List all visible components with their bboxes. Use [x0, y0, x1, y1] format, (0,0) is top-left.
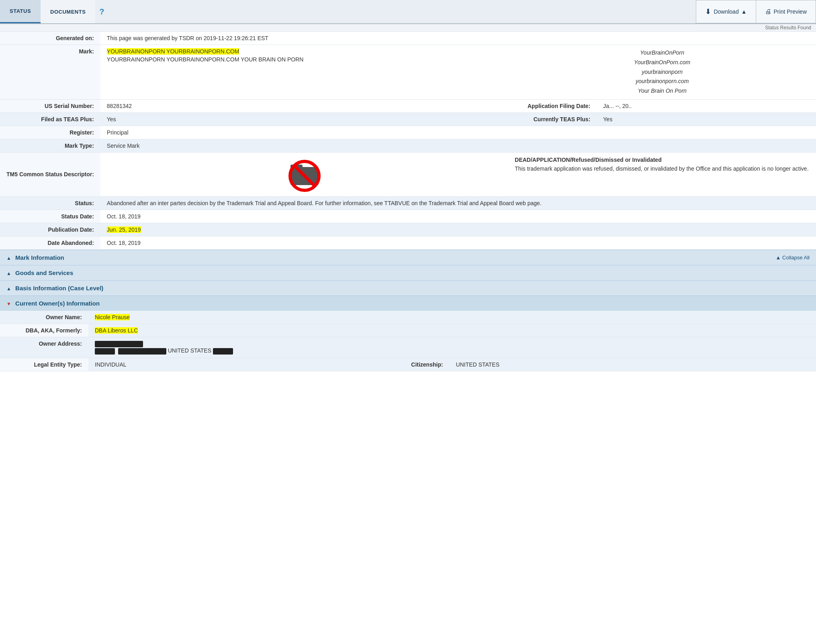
address-redacted-1 [95, 341, 143, 347]
address-value: UNITED STATES [88, 337, 816, 358]
printer-icon: 🖨 [765, 8, 771, 15]
triangle-icon-2: ▲ [6, 271, 11, 276]
address-row: Owner Address: UNITED STATES [0, 337, 816, 358]
top-bar-actions: ⬇ Download ▲ 🖨 Print Preview [696, 0, 816, 23]
entity-value: INDIVIDUAL [88, 358, 377, 371]
currently-teas-value: Yes [597, 112, 816, 126]
citizenship-label: Citizenship: [377, 358, 450, 371]
address-redacted-2 [95, 348, 115, 355]
tm5-status-text: DEAD/APPLICATION/Refused/Dismissed or In… [515, 157, 810, 163]
generated-label: Generated on: [0, 32, 100, 45]
download-arrow-icon: ⬇ [705, 7, 711, 16]
register-row: Register: Principal [0, 126, 816, 139]
tm5-icon-cell [100, 152, 509, 196]
triangle-icon-3: ▲ [6, 286, 11, 291]
help-icon[interactable]: ? [95, 0, 108, 23]
tm5-status-cell: DEAD/APPLICATION/Refused/Dismissed or In… [508, 152, 816, 196]
filing-date-label: Application Filing Date: [508, 99, 597, 112]
mark-info-section-header[interactable]: ▲ Mark Information ▲ Collapse All [0, 250, 816, 265]
register-label: Register: [0, 126, 100, 139]
generated-row: Generated on: This page was generated by… [0, 32, 816, 45]
teas-plus-value: Yes [100, 112, 509, 126]
generated-value: This page was generated by TSDR on 2019-… [100, 32, 816, 45]
pub-date-highlight: Jun. 25, 2019 [107, 226, 141, 233]
abandoned-row: Date Abandoned: Oct. 18, 2019 [0, 236, 816, 249]
mark-row: Mark: YOURBRAINONPORN YOURBRAINONPORN.CO… [0, 45, 816, 100]
mark-highlight: YOURBRAINONPORN YOURBRAINONPORN.COM [107, 48, 239, 55]
teas-plus-label: Filed as TEAS Plus: [0, 112, 100, 126]
mark-rest-text: YOURBRAINONPORN YOURBRAINONPORN.COM YOUR… [107, 56, 502, 63]
address-country: UNITED STATES [168, 347, 211, 354]
mark-label: Mark: [0, 45, 100, 100]
owner-name-row: Owner Name: Nicole Prause [0, 311, 816, 324]
pub-date-value: Jun. 25, 2019 [100, 223, 816, 236]
triangle-icon-4: ▼ [6, 301, 11, 307]
pub-date-label: Publication Date: [0, 223, 100, 236]
citizenship-value: UNITED STATES [450, 358, 816, 371]
address-label: Owner Address: [0, 337, 88, 358]
serial-row: US Serial Number: 88281342 Application F… [0, 99, 816, 112]
status-field-value: Abandoned after an inter partes decision… [100, 196, 816, 210]
tm5-desc-text: This trademark application was refused, … [515, 165, 810, 172]
mark-image: YourBrainOnPorn YourBrainOnPorn.com your… [508, 45, 816, 100]
dba-label: DBA, AKA, Formerly: [0, 324, 88, 337]
print-preview-button[interactable]: 🖨 Print Preview [756, 0, 816, 23]
mark-type-label: Mark Type: [0, 139, 100, 152]
abandoned-label: Date Abandoned: [0, 236, 100, 249]
tm5-row: TM5 Common Status Descriptor: DEAD/APPLI… [0, 152, 816, 196]
mark-type-value: Service Mark [100, 139, 816, 152]
entity-row: Legal Entity Type: INDIVIDUAL Citizenshi… [0, 358, 816, 371]
mark-value: YOURBRAINONPORN YOURBRAINONPORN.COM YOUR… [100, 45, 509, 100]
page-title-bar: Status Results Found [0, 24, 816, 32]
no-folder-icon [286, 156, 323, 192]
basis-info-title: ▲ Basis Information (Case Level) [6, 285, 103, 291]
mark-highlighted-text: YOURBRAINONPORN YOURBRAINONPORN.COM [107, 48, 502, 55]
teas-row: Filed as TEAS Plus: Yes Currently TEAS P… [0, 112, 816, 126]
download-button[interactable]: ⬇ Download ▲ [696, 0, 755, 23]
goods-services-section-header[interactable]: ▲ Goods and Services [0, 265, 816, 280]
register-value: Principal [100, 126, 816, 139]
abandoned-value: Oct. 18, 2019 [100, 236, 816, 249]
filing-date-value: Ja... --, 20.. [597, 99, 816, 112]
status-date-label: Status Date: [0, 210, 100, 223]
owner-info-table: Owner Name: Nicole Prause DBA, AKA, Form… [0, 311, 816, 371]
currently-teas-label: Currently TEAS Plus: [508, 112, 597, 126]
current-owners-title: ▼ Current Owner(s) Information [6, 300, 100, 307]
address-redacted-4 [213, 348, 233, 355]
entity-label: Legal Entity Type: [0, 358, 88, 371]
mark-info-title: ▲ Mark Information [6, 254, 64, 261]
dba-row: DBA, AKA, Formerly: DBA Liberos LLC [0, 324, 816, 337]
serial-label: US Serial Number: [0, 99, 100, 112]
status-row: Status: Abandoned after an inter partes … [0, 196, 816, 210]
triangle-icon: ▲ [6, 255, 11, 261]
tab-documents[interactable]: DOCUMENTS [41, 0, 95, 23]
current-owners-section-header[interactable]: ▼ Current Owner(s) Information [0, 296, 816, 311]
info-table: Generated on: This page was generated by… [0, 32, 816, 250]
serial-value: 88281342 [100, 99, 509, 112]
collapse-all-button[interactable]: ▲ Collapse All [776, 255, 810, 261]
address-redacted-3 [118, 348, 166, 355]
content-area: Generated on: This page was generated by… [0, 32, 816, 371]
tab-status[interactable]: STATUS [0, 0, 41, 23]
dropdown-arrow-icon: ▲ [741, 8, 747, 15]
dba-highlight: DBA Liberos LLC [95, 327, 138, 334]
tm5-label: TM5 Common Status Descriptor: [0, 152, 100, 196]
top-bar: STATUS DOCUMENTS ? ⬇ Download ▲ 🖨 Print … [0, 0, 816, 24]
pub-date-row: Publication Date: Jun. 25, 2019 [0, 223, 816, 236]
status-date-value: Oct. 18, 2019 [100, 210, 816, 223]
mark-type-row: Mark Type: Service Mark [0, 139, 816, 152]
status-field-label: Status: [0, 196, 100, 210]
owner-name-label: Owner Name: [0, 311, 88, 324]
owner-name-highlight: Nicole Prause [95, 314, 130, 320]
dba-value: DBA Liberos LLC [88, 324, 816, 337]
goods-services-title: ▲ Goods and Services [6, 269, 73, 276]
status-date-row: Status Date: Oct. 18, 2019 [0, 210, 816, 223]
owner-name-value: Nicole Prause [88, 311, 816, 324]
basis-info-section-header[interactable]: ▲ Basis Information (Case Level) [0, 280, 816, 296]
